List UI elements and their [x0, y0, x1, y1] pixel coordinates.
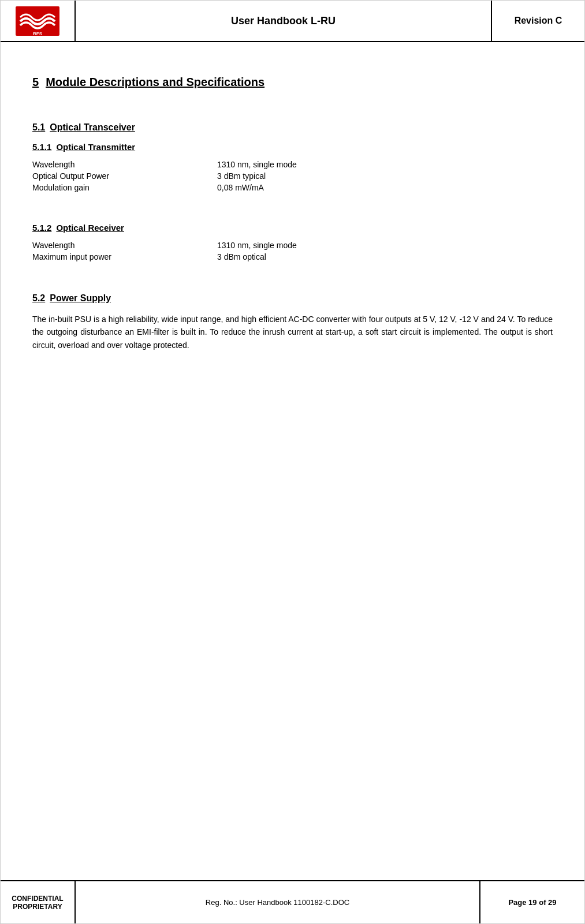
footer-page-number: Page 19 of 29 — [480, 881, 584, 923]
footer-confidential: CONFIDENTIAL PROPRIETARY — [1, 881, 76, 923]
subsec-51-num: 5.1 — [32, 122, 45, 132]
confidential-label: CONFIDENTIAL — [12, 895, 63, 903]
spec-row-optical-output: Optical Output Power 3 dBm typical — [32, 171, 553, 181]
logo-cell: RFS — [1, 1, 76, 41]
subsubsec-511-num: 5.1.1 — [32, 142, 51, 152]
subsec-52-title: Power Supply — [50, 293, 111, 303]
document-title: User Handbook L-RU — [76, 1, 492, 41]
footer-reg-no: Reg. No.: User Handbook 1100182-C.DOC — [76, 881, 480, 923]
spec-label-modulation: Modulation gain — [32, 183, 217, 192]
power-supply-paragraph: The in-built PSU is a high reliability, … — [32, 313, 553, 351]
document-title-text: User Handbook L-RU — [231, 15, 336, 27]
spec-value-wavelength-rx: 1310 nm, single mode — [217, 241, 297, 250]
subsubsec-512-title: Optical Receiver — [56, 223, 124, 233]
svg-text:RFS: RFS — [33, 31, 43, 36]
spec-table-511: Wavelength 1310 nm, single mode Optical … — [32, 160, 553, 192]
spec-row-wavelength-tx: Wavelength 1310 nm, single mode — [32, 160, 553, 169]
rfs-logo-icon: RFS — [14, 5, 61, 37]
spec-row-modulation: Modulation gain 0,08 mW/mA — [32, 183, 553, 192]
revision-text: Revision C — [515, 16, 562, 26]
subsubsec-511-title: Optical Transmitter — [56, 142, 135, 152]
spec-value-optical-output: 3 dBm typical — [217, 171, 266, 181]
main-content: 5Module Descriptions and Specifications … — [1, 42, 584, 880]
spec-label-wavelength-rx: Wavelength — [32, 241, 217, 250]
page-header: RFS User Handbook L-RU Revision C — [1, 1, 584, 42]
section-5-num: 5 — [32, 76, 39, 88]
spec-value-wavelength-tx: 1310 nm, single mode — [217, 160, 297, 169]
page-number-text: Page 19 of 29 — [508, 898, 556, 907]
subsubsec-512-num: 5.1.2 — [32, 223, 51, 233]
reg-no-text: Reg. No.: User Handbook 1100182-C.DOC — [206, 898, 349, 907]
proprietary-label: PROPRIETARY — [13, 903, 62, 911]
subsubsec-512-heading: 5.1.2Optical Receiver — [32, 223, 553, 233]
subsection-51-heading: 5.1Optical Transceiver — [32, 122, 553, 133]
spec-label-optical-output: Optical Output Power — [32, 171, 217, 181]
page-footer: CONFIDENTIAL PROPRIETARY Reg. No.: User … — [1, 880, 584, 923]
subsubsec-511-heading: 5.1.1Optical Transmitter — [32, 142, 553, 152]
section-5-title: Module Descriptions and Specifications — [46, 76, 264, 88]
page: RFS User Handbook L-RU Revision C 5Modul… — [0, 0, 585, 924]
spec-value-modulation: 0,08 mW/mA — [217, 183, 264, 192]
spec-label-wavelength-tx: Wavelength — [32, 160, 217, 169]
spec-label-max-input: Maximum input power — [32, 252, 217, 261]
spec-table-512: Wavelength 1310 nm, single mode Maximum … — [32, 241, 553, 261]
subsec-52-num: 5.2 — [32, 293, 45, 303]
spec-row-max-input: Maximum input power 3 dBm optical — [32, 252, 553, 261]
subsec-51-title: Optical Transceiver — [50, 122, 135, 132]
subsection-52-heading: 5.2Power Supply — [32, 293, 553, 304]
spec-row-wavelength-rx: Wavelength 1310 nm, single mode — [32, 241, 553, 250]
document-revision: Revision C — [492, 1, 584, 41]
section-5-heading: 5Module Descriptions and Specifications — [32, 76, 553, 89]
spec-value-max-input: 3 dBm optical — [217, 252, 266, 261]
